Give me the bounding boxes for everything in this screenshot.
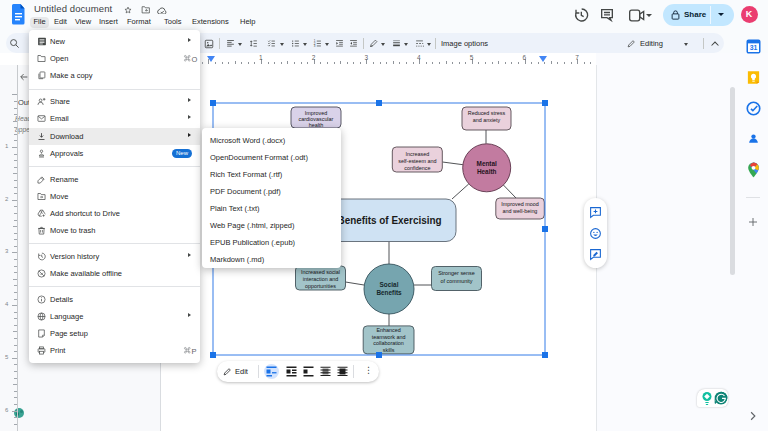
svg-text:teamwork and: teamwork and <box>372 334 406 340</box>
svg-text:Improved: Improved <box>305 110 327 116</box>
svg-text:31: 31 <box>750 44 758 51</box>
svg-text:Improved mood: Improved mood <box>501 201 538 207</box>
svg-text:Health: Health <box>477 168 497 175</box>
svg-text:Increased: Increased <box>406 151 430 157</box>
svg-text:Stronger sense: Stronger sense <box>438 270 475 276</box>
svg-text:Increased social: Increased social <box>301 269 340 275</box>
svg-text:interaction and: interaction and <box>303 276 338 282</box>
svg-text:collaboration: collaboration <box>373 340 404 346</box>
svg-text:opportunities: opportunities <box>305 283 336 289</box>
svg-text:Social: Social <box>380 281 399 288</box>
svg-text:and well-being: and well-being <box>503 208 538 214</box>
svg-text:and anxiety: and anxiety <box>473 117 501 123</box>
svg-text:confidence: confidence <box>404 165 430 171</box>
svg-text:self-esteem and: self-esteem and <box>398 158 436 164</box>
svg-text:of community: of community <box>440 278 472 284</box>
svg-text:Benefits of Exercising: Benefits of Exercising <box>338 215 442 226</box>
svg-text:Reduced stress: Reduced stress <box>468 110 506 116</box>
svg-text:Benefits: Benefits <box>376 289 402 296</box>
svg-text:3: 3 <box>314 44 316 48</box>
svg-text:skills: skills <box>383 347 395 353</box>
svg-text:Enhanced: Enhanced <box>376 327 400 333</box>
svg-text:Mental: Mental <box>477 160 497 167</box>
